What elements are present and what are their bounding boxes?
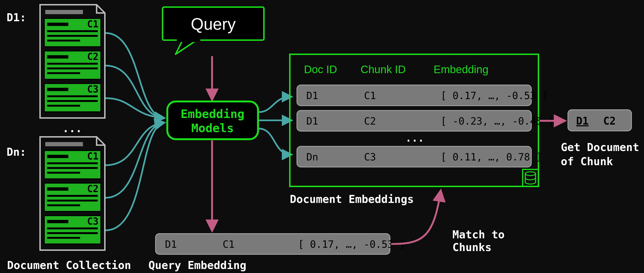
cell-vec: [ -0.23, …, -0.45 ] (441, 115, 554, 127)
table-row: D1 C2 [ -0.23, …, -0.45 ] (297, 110, 554, 131)
qemb-doc: D1 (165, 238, 177, 250)
chunk-label: C2 (87, 183, 98, 194)
model-to-table-arrows (259, 97, 291, 155)
svg-rect-10 (47, 72, 80, 74)
svg-rect-8 (47, 63, 98, 65)
cell-doc: Dn (306, 151, 318, 163)
embeddings-table: Doc ID Chunk ID Embedding D1 C1 [ 0.17, … (290, 54, 554, 205)
output-doc: D1 (576, 115, 588, 127)
svg-rect-0 (45, 10, 83, 14)
embeddings-table-caption: Document Embeddings (290, 193, 414, 205)
svg-rect-5 (47, 40, 80, 42)
svg-rect-20 (47, 167, 98, 169)
output-caption-1: Get Document (561, 141, 639, 154)
svg-rect-4 (47, 35, 98, 37)
embedding-models-line2: Models (191, 121, 234, 135)
query-bubble: Query (162, 7, 264, 54)
query-label: Query (191, 15, 236, 33)
cell-doc: D1 (306, 115, 318, 127)
table-header-chunk: Chunk ID (360, 63, 406, 76)
d1-label: D1: (6, 11, 26, 24)
query-embedding-caption: Query Embedding (148, 259, 246, 271)
embedding-models-line1: Embedding (181, 107, 244, 121)
cell-vec: [ 0.11, …, 0.78 ] (441, 151, 542, 163)
cell-chunk: C3 (364, 151, 376, 163)
dn-label: Dn: (6, 146, 26, 158)
svg-rect-14 (47, 100, 98, 102)
table-header-doc: Doc ID (304, 63, 337, 76)
table-header-emb: Embedding (434, 63, 488, 76)
document-collection-caption: Document Collection (7, 259, 131, 271)
svg-rect-13 (47, 95, 98, 97)
svg-rect-26 (47, 204, 80, 206)
output-caption-2: of Chunk (561, 155, 613, 168)
svg-rect-24 (47, 195, 98, 197)
svg-rect-28 (47, 220, 68, 223)
table-ellipsis: ... (405, 132, 424, 144)
chunk-d1-c2: C2 (44, 51, 101, 79)
chunk-d1-c1: C1 (44, 19, 101, 47)
chunk-d1-c3: C3 (44, 84, 101, 112)
match-label-2: Chunks (452, 241, 492, 254)
svg-rect-15 (47, 105, 80, 107)
database-icon (523, 169, 538, 186)
svg-rect-33 (177, 37, 200, 42)
svg-rect-23 (47, 187, 68, 191)
svg-rect-25 (47, 200, 98, 201)
svg-rect-21 (47, 172, 80, 174)
cell-doc: D1 (306, 90, 318, 101)
svg-rect-12 (47, 88, 68, 91)
qemb-vec: [ 0.17, …, -0.53 ] (298, 238, 405, 250)
svg-rect-16 (45, 142, 83, 146)
match-label-1: Match to (452, 228, 505, 241)
cell-chunk: C1 (364, 90, 376, 101)
cell-chunk: C2 (364, 115, 376, 127)
chunk-dn-c1: C1 (44, 151, 101, 179)
chunk-dn-c2: C2 (44, 183, 101, 211)
svg-rect-19 (47, 162, 98, 164)
svg-rect-7 (47, 55, 68, 59)
chunk-label: C1 (87, 151, 98, 162)
output-chunk: C2 (603, 115, 616, 127)
query-embedding-row: D1 C1 [ 0.17, …, -0.53 ] (156, 234, 405, 254)
svg-point-40 (525, 172, 536, 176)
qemb-chunk: C1 (223, 238, 235, 250)
chunk-arrows (106, 33, 164, 230)
embedding-models-box: Embedding Models (167, 101, 258, 139)
chunk-label: C3 (87, 84, 98, 95)
cell-vec: [ 0.17, …, -0.53 ] (441, 90, 548, 101)
docs-ellipsis: ... (62, 122, 82, 135)
chunk-label: C1 (87, 19, 98, 30)
svg-rect-29 (47, 227, 98, 229)
svg-rect-31 (47, 237, 80, 239)
table-row: Dn C3 [ 0.11, …, 0.78 ] (297, 146, 542, 167)
table-row: D1 C1 [ 0.17, …, -0.53 ] (297, 85, 548, 106)
chunk-label: C3 (87, 216, 98, 227)
svg-rect-30 (47, 232, 98, 234)
document-d1: C1 C2 C3 (40, 5, 105, 118)
svg-rect-2 (47, 23, 68, 26)
svg-rect-9 (47, 68, 98, 69)
document-dn: C1 C2 C3 (40, 137, 105, 250)
document-collection: D1: C1 C2 (6, 5, 131, 271)
svg-rect-3 (47, 30, 98, 32)
output-box: D1 C2 (568, 110, 632, 131)
svg-rect-18 (47, 155, 68, 158)
chunk-label: C2 (87, 51, 98, 62)
chunk-dn-c3: C3 (44, 216, 101, 244)
